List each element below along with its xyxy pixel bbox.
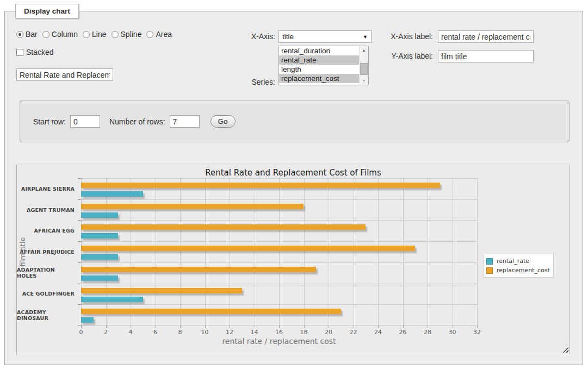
gridline-vertical: [131, 178, 131, 325]
start-row-label: Start row:: [33, 117, 66, 126]
x-tick-label: 26: [395, 329, 411, 336]
x-tick-mark: [378, 325, 379, 328]
x-tick-mark: [205, 325, 206, 328]
fieldset-legend: Display chart: [15, 4, 79, 18]
go-button[interactable]: Go: [211, 115, 236, 128]
x-axis-title: rental rate / replacement cost: [81, 337, 477, 346]
x-tick-mark: [354, 325, 354, 328]
legend-item-rental_rate: rental_rate: [486, 256, 550, 266]
gridline-horizontal: [81, 199, 477, 200]
series-option-length[interactable]: length: [279, 65, 359, 74]
gridline-vertical: [403, 178, 404, 325]
scrollbar-thumb[interactable]: [360, 63, 368, 75]
radio-area[interactable]: [146, 31, 153, 38]
gridline-vertical: [205, 178, 206, 325]
x-tick-label: 4: [122, 329, 139, 336]
y-tick-mark: [78, 304, 81, 305]
radio-column[interactable]: [42, 31, 49, 38]
x-tick-mark: [230, 325, 230, 328]
radio-label-spline: Spline: [121, 30, 142, 39]
series-option-rental_rate[interactable]: rental_rate: [279, 55, 359, 65]
num-rows-input[interactable]: [170, 115, 200, 128]
x-tick-label: 10: [197, 329, 213, 336]
chart-title-input[interactable]: [16, 68, 113, 81]
scroll-up-icon[interactable]: ▲: [360, 46, 368, 54]
bar-rental_rate: [81, 212, 118, 218]
x-tick-mark: [477, 325, 478, 328]
gridline-horizontal: [81, 304, 477, 305]
x-tick-label: 0: [73, 329, 89, 336]
bar-rental_rate: [81, 233, 118, 239]
y-tick-mark: [78, 199, 81, 200]
resize-handle-icon[interactable]: [562, 347, 568, 353]
y-tick-mark: [78, 284, 81, 284]
x-tick-mark: [279, 325, 280, 328]
gridline-vertical: [156, 178, 156, 325]
y-axis-label-input[interactable]: [438, 50, 534, 62]
scroll-down-icon[interactable]: ▼: [360, 77, 368, 85]
radio-spline[interactable]: [112, 31, 119, 38]
x-tick-mark: [255, 325, 255, 328]
x-axis-label-input[interactable]: [438, 30, 534, 43]
gridline-vertical: [354, 178, 354, 325]
gridline-vertical: [329, 178, 329, 325]
x-tick-label: 14: [246, 329, 263, 336]
bar-replacement_cost: [81, 309, 341, 314]
bar-rental_rate: [81, 254, 118, 260]
bar-replacement_cost: [81, 183, 440, 188]
x-tick-mark: [156, 325, 156, 328]
x-tick-label: 24: [370, 329, 386, 336]
x-tick-mark: [131, 325, 131, 328]
category-label: AIRPLANE SIERRA: [17, 178, 78, 199]
x-tick-mark: [106, 325, 107, 328]
x-tick-mark: [428, 325, 428, 328]
gridline-vertical: [304, 178, 305, 325]
chart-type-option-area: Area: [146, 30, 172, 39]
bar-replacement_cost: [81, 246, 415, 251]
x-axis-select[interactable]: title ▼: [278, 30, 372, 43]
bar-replacement_cost: [81, 224, 366, 230]
gridline-horizontal: [81, 284, 477, 284]
stacked-checkbox[interactable]: [16, 49, 23, 56]
chart-type-option-spline: Spline: [112, 30, 142, 39]
gridline-horizontal: [81, 241, 477, 242]
x-tick-label: 22: [345, 329, 362, 336]
gridline-vertical: [106, 178, 107, 325]
series-list-label: Series:: [232, 78, 275, 86]
chart-title: Rental Rate and Replacement Cost of Film…: [17, 168, 570, 178]
gridline-vertical: [180, 178, 181, 325]
gridline-vertical: [255, 178, 255, 325]
series-option-replacement_cost[interactable]: replacement_cost: [279, 74, 359, 83]
chart-container: Rental Rate and Replacement Cost of Film…: [16, 165, 570, 354]
radio-label-column: Column: [52, 30, 78, 39]
x-tick-label: 18: [296, 329, 312, 336]
x-tick-label: 2: [98, 329, 114, 336]
chart-type-option-bar: Bar: [16, 30, 38, 39]
y-tick-mark: [78, 220, 81, 221]
radio-line[interactable]: [83, 31, 90, 38]
x-tick-label: 16: [271, 329, 287, 336]
y-tick-mark: [78, 178, 81, 179]
rows-panel: Start row: Number of rows: Go: [20, 101, 570, 142]
x-tick-label: 28: [419, 329, 436, 336]
x-tick-mark: [329, 325, 329, 328]
x-tick-mark: [403, 325, 404, 328]
series-listbox[interactable]: rental_durationrental_ratelengthreplacem…: [278, 46, 369, 85]
legend-item-replacement_cost: replacement_cost: [486, 266, 550, 275]
series-option-rental_duration[interactable]: rental_duration: [279, 46, 359, 55]
x-axis-label-field-label: X-Axis label:: [384, 32, 433, 41]
y-tick-mark: [78, 262, 81, 263]
gridline-horizontal: [81, 220, 477, 221]
x-axis-selected-value: title: [282, 33, 294, 41]
x-tick-label: 32: [469, 329, 485, 336]
start-row-input[interactable]: [70, 115, 100, 128]
series-options: rental_durationrental_ratelengthreplacem…: [279, 46, 359, 83]
bar-rental_rate: [81, 297, 143, 302]
radio-label-bar: Bar: [26, 30, 38, 39]
x-axis-select-label: X-Axis:: [232, 32, 275, 41]
radio-bar[interactable]: [16, 31, 23, 38]
bar-replacement_cost: [81, 204, 304, 209]
stacked-label: Stacked: [26, 48, 54, 57]
gridline-vertical: [230, 178, 230, 325]
gridline-vertical: [378, 178, 379, 325]
